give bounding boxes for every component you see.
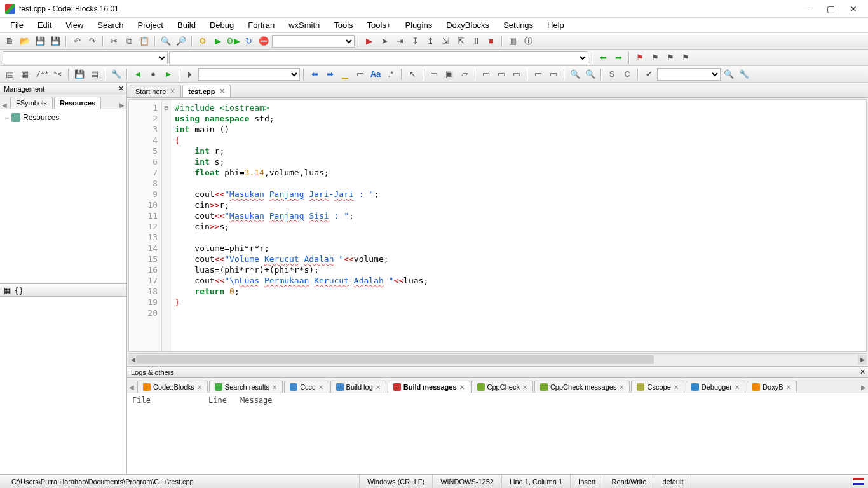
menu-view[interactable]: View xyxy=(59,18,90,32)
hscroll-right-arrow[interactable]: ▶ xyxy=(858,355,867,365)
logs-tab-code--blocks[interactable]: Code::Blocks✕ xyxy=(137,381,208,393)
tab-close-icon[interactable]: ✕ xyxy=(735,384,740,391)
abc-check-icon[interactable]: ✔ xyxy=(642,67,656,81)
c-icon[interactable]: C xyxy=(620,67,634,81)
bookmark-clear-icon[interactable]: ⚑ xyxy=(679,51,693,65)
menu-plugins[interactable]: Plugins xyxy=(399,18,439,32)
close-button[interactable]: ✕ xyxy=(848,3,859,15)
dox-wrench-icon[interactable]: 🔧 xyxy=(109,67,123,81)
step-instr-icon[interactable]: ⇱ xyxy=(454,34,468,48)
break-icon[interactable]: ⏸ xyxy=(469,34,483,48)
copy-icon[interactable]: ⧉ xyxy=(122,34,136,48)
logs-tab-debugger[interactable]: Debugger✕ xyxy=(686,381,745,393)
tab-close-icon[interactable]: ✕ xyxy=(219,87,225,95)
step-out-icon[interactable]: ↥ xyxy=(423,34,437,48)
save-all-icon[interactable]: 💾 xyxy=(48,34,62,48)
menu-edit[interactable]: Edit xyxy=(31,18,58,32)
zoom-in-icon[interactable]: 🔍 xyxy=(568,67,582,81)
fold-gutter[interactable]: ⊟ xyxy=(162,100,171,351)
logs-tab-doxyb[interactable]: DoxyB✕ xyxy=(747,381,796,393)
s-icon[interactable]: S xyxy=(605,67,619,81)
menu-settings[interactable]: Settings xyxy=(497,18,539,32)
panel-icon[interactable]: ▣ xyxy=(442,67,456,81)
nav-back-icon[interactable]: ⬅ xyxy=(596,51,610,65)
dox-icon-4[interactable]: ▤ xyxy=(88,67,102,81)
build-target-combo[interactable] xyxy=(272,35,355,48)
logs-body[interactable]: File Line Message xyxy=(127,393,868,474)
language-flag-icon[interactable] xyxy=(853,478,864,485)
menu-build[interactable]: Build xyxy=(171,18,202,32)
tab-close-icon[interactable]: ✕ xyxy=(459,384,465,391)
spell-combo[interactable] xyxy=(657,68,721,81)
menu-wxsmith[interactable]: wxSmith xyxy=(282,18,326,32)
dox-icon-1[interactable]: 🖴 xyxy=(3,67,17,81)
management-tree[interactable]: ┅ Resources xyxy=(0,109,126,283)
sel-text-icon[interactable]: ▭ xyxy=(353,67,367,81)
debug-run-icon[interactable]: ▶ xyxy=(362,34,376,48)
open-file-icon[interactable]: 📂 xyxy=(18,34,32,48)
abort-icon[interactable]: ⛔ xyxy=(257,34,271,48)
new-file-icon[interactable]: 🗎 xyxy=(3,34,17,48)
case-icon[interactable]: Aa xyxy=(369,67,383,81)
tab-close-icon[interactable]: ✕ xyxy=(786,384,791,391)
mgmt-tab-fsymbols[interactable]: FSymbols xyxy=(10,97,53,109)
cursor-icon[interactable]: ↖ xyxy=(405,67,419,81)
menu-file[interactable]: File xyxy=(4,18,30,32)
highlight-icon[interactable]: ▁ xyxy=(338,67,352,81)
box3-icon[interactable]: ▭ xyxy=(510,67,524,81)
logs-tab-build-log[interactable]: Build log✕ xyxy=(330,381,386,393)
tab-close-icon[interactable]: ✕ xyxy=(170,87,175,95)
tab-close-icon[interactable]: ✕ xyxy=(619,384,624,391)
menu-fortran[interactable]: Fortran xyxy=(241,18,281,32)
run-icon[interactable]: ▶ xyxy=(211,34,225,48)
menu-search[interactable]: Search xyxy=(91,18,130,32)
code-text[interactable]: #include <iostream>using namespace std;i… xyxy=(171,100,866,351)
frame-icon[interactable]: ▭ xyxy=(427,67,441,81)
mgmt-tab-scroll-right[interactable]: ▶ xyxy=(118,102,126,109)
last-jump-icon[interactable]: ⏵ xyxy=(183,67,197,81)
dox-icon-3[interactable]: 💾 xyxy=(72,67,86,81)
prev-icon[interactable]: ◄ xyxy=(131,67,145,81)
logs-tab-cppcheck-messages[interactable]: CppCheck messages✕ xyxy=(534,381,630,393)
logs-tab-cppcheck[interactable]: CppCheck✕ xyxy=(471,381,533,393)
search-small-icon[interactable]: 🔍 xyxy=(722,67,736,81)
minimize-button[interactable]: — xyxy=(802,3,813,15)
debug-windows-icon[interactable]: ▥ xyxy=(506,34,520,48)
mgmt-tab-scroll-left[interactable]: ◀ xyxy=(0,102,9,109)
info-icon[interactable]: ⓘ xyxy=(521,34,535,48)
tab-close-icon[interactable]: ✕ xyxy=(318,384,323,391)
next-line-icon[interactable]: ⇥ xyxy=(393,34,407,48)
hscroll-thumb[interactable] xyxy=(137,355,654,364)
jump-combo[interactable] xyxy=(198,68,300,81)
arrow-left-icon[interactable]: ⬅ xyxy=(308,67,322,81)
bookmark-flag-icon[interactable]: ⚑ xyxy=(633,51,647,65)
scope-combo[interactable] xyxy=(3,51,168,64)
management-close-icon[interactable]: ✕ xyxy=(118,85,124,93)
run-to-cursor-icon[interactable]: ➤ xyxy=(377,34,391,48)
tab-close-icon[interactable]: ✕ xyxy=(674,384,679,391)
save-icon[interactable]: 💾 xyxy=(33,34,47,48)
find-icon[interactable]: 🔍 xyxy=(159,34,173,48)
dialog-icon[interactable]: ▱ xyxy=(458,67,471,81)
next-icon[interactable]: ► xyxy=(161,67,175,81)
management-lower-header[interactable]: ▦ { } xyxy=(0,284,126,297)
menu-help[interactable]: Help xyxy=(541,18,571,32)
step-into-icon[interactable]: ↧ xyxy=(408,34,422,48)
tab-close-icon[interactable]: ✕ xyxy=(197,384,202,391)
menu-tools[interactable]: Tools xyxy=(327,18,359,32)
func-combo[interactable] xyxy=(169,51,588,64)
tab-close-icon[interactable]: ✕ xyxy=(376,384,381,391)
logs-tab-cscope[interactable]: Cscope✕ xyxy=(631,381,684,393)
doxy-comment-icon[interactable]: /** *< xyxy=(33,67,65,81)
mgmt-tab-resources[interactable]: Resources xyxy=(54,97,101,109)
dox-icon-2[interactable]: ▦ xyxy=(18,67,32,81)
bookmark-next-icon[interactable]: ⚑ xyxy=(663,51,677,65)
build-run-icon[interactable]: ⚙▶ xyxy=(226,34,240,48)
hscroll-left-arrow[interactable]: ◀ xyxy=(128,355,137,365)
box1-icon[interactable]: ▭ xyxy=(479,67,493,81)
cut-icon[interactable]: ✂ xyxy=(107,34,121,48)
tree-root-item[interactable]: ┅ Resources xyxy=(3,112,124,123)
box2-icon[interactable]: ▭ xyxy=(494,67,508,81)
editor-tab-start-here[interactable]: Start here✕ xyxy=(130,85,181,97)
logs-close-icon[interactable]: ✕ xyxy=(860,368,865,376)
